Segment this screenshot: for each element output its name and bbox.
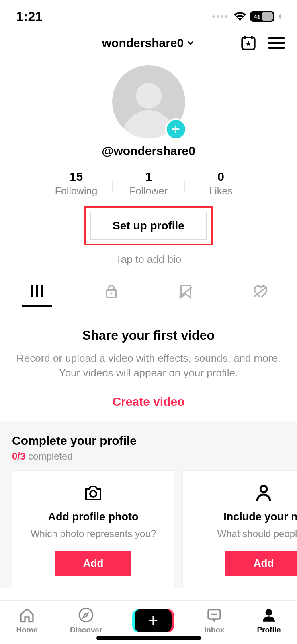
hamburger-menu-icon[interactable] [268, 37, 285, 49]
complete-cards[interactable]: Add profile photo Which photo represents… [12, 470, 297, 588]
card-add-photo: Add profile photo Which photo represents… [12, 470, 174, 588]
setup-profile-button[interactable]: Set up profile [90, 212, 207, 240]
svg-point-3 [90, 491, 96, 497]
battery-icon: 41 [250, 11, 274, 22]
profile-icon [260, 607, 278, 623]
setup-profile-highlight: Set up profile [84, 206, 213, 245]
status-right: •••• 41 [212, 11, 281, 22]
add-name-button[interactable]: Add [225, 551, 297, 576]
tab-repost[interactable] [149, 283, 223, 307]
stat-likes[interactable]: 0 Likes [185, 170, 257, 197]
calendar-star-icon[interactable] [240, 35, 257, 52]
avatar-add-icon[interactable]: + [165, 118, 187, 140]
nav-home[interactable]: Home [16, 607, 37, 634]
stat-follower[interactable]: 1 Follower [113, 170, 185, 197]
svg-point-7 [266, 609, 272, 616]
add-photo-button[interactable]: Add [55, 551, 132, 576]
first-video-prompt: Share your first video Record or upload … [0, 307, 297, 421]
heart-hidden-icon [252, 283, 268, 299]
complete-profile-title: Complete your profile [12, 434, 297, 448]
svg-point-2 [111, 293, 113, 295]
wifi-icon [234, 12, 246, 21]
create-video-link[interactable]: Create video [112, 395, 184, 409]
tab-grid[interactable] [0, 283, 74, 307]
camera-icon [84, 484, 103, 502]
first-video-desc: Record or upload a video with effects, s… [16, 351, 281, 380]
inbox-icon [205, 607, 223, 623]
nav-create[interactable]: + [135, 609, 172, 632]
username-text: wondershare0 [102, 36, 184, 50]
first-video-title: Share your first video [16, 328, 281, 343]
nav-inbox[interactable]: Inbox [204, 607, 225, 634]
home-indicator[interactable] [96, 636, 201, 640]
svg-point-5 [79, 608, 92, 621]
complete-profile-section: Complete your profile 0/3 completed Add … [0, 421, 297, 588]
status-bar: 1:21 •••• 41 [0, 0, 297, 28]
bookmark-hidden-icon [178, 283, 194, 299]
profile-tabs [0, 283, 297, 307]
card-add-name: Include your na What should people c Add [182, 470, 297, 588]
status-time: 1:21 [16, 9, 43, 24]
home-icon [18, 607, 36, 623]
bio-placeholder[interactable]: Tap to add bio [0, 253, 297, 266]
lock-icon [103, 283, 119, 299]
nav-profile[interactable]: Profile [257, 607, 281, 634]
profile-stats: 15 Following 1 Follower 0 Likes [0, 170, 297, 197]
grid-icon [29, 283, 45, 299]
avatar[interactable]: + [112, 65, 185, 138]
avatar-section: + @wondershare0 [0, 62, 297, 158]
nav-discover[interactable]: Discover [70, 607, 102, 634]
username-dropdown[interactable]: wondershare0 [102, 36, 195, 50]
compass-icon [77, 607, 95, 623]
tab-liked[interactable] [223, 283, 297, 307]
plus-icon: + [148, 612, 158, 629]
complete-profile-progress: 0/3 completed [12, 451, 297, 462]
stat-following[interactable]: 15 Following [40, 170, 113, 197]
chevron-down-icon [186, 39, 195, 47]
svg-point-4 [260, 486, 267, 492]
person-icon [254, 484, 273, 502]
profile-handle: @wondershare0 [102, 144, 195, 158]
tab-private[interactable] [74, 283, 149, 307]
signal-dots-icon: •••• [212, 11, 229, 22]
profile-header: wondershare0 [0, 28, 297, 62]
